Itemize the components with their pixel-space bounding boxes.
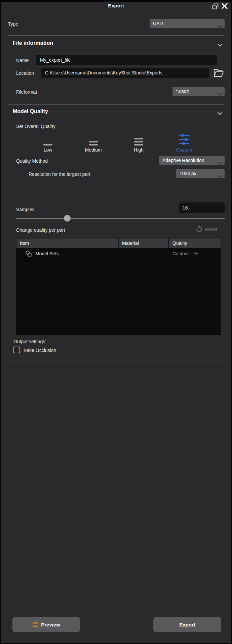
model-quality-header: Model Quality [13,108,48,115]
chevron-down-icon [217,172,222,181]
column-header-item[interactable]: Item [16,238,118,248]
file-information-header: File information [13,40,53,46]
resolution-label: Resolution for the largest part [29,171,90,177]
preview-button-label: Preview [41,622,60,627]
reset-label: Reset [205,227,217,232]
quality-method-label: Quality Method [16,158,48,164]
row-quality-value: Custom [172,251,189,256]
location-label: Location [16,70,34,76]
custom-sliders-icon [178,132,191,146]
samples-slider[interactable] [16,215,225,222]
slider-handle[interactable] [64,215,71,222]
row-material-value: - [119,251,169,256]
resolution-dropdown[interactable]: 1024 px [176,169,225,178]
change-quality-label: Change quality per part [16,227,65,233]
quality-option-label: Low [44,147,52,153]
name-input[interactable]: My_export_file [36,55,217,65]
table-header-row: Item Material Quality [16,238,221,248]
table-row[interactable]: Model Sets - Custom [16,248,221,259]
output-settings-label: Output settings: [13,339,46,344]
reset-icon [195,225,203,233]
quality-option-label: Medium [85,147,102,153]
name-label: Name [16,58,29,63]
dialog-title: Export [0,3,232,8]
quality-option-label: Custom [176,147,192,153]
reset-button[interactable]: Reset [195,225,217,233]
export-button[interactable]: Export [153,617,221,632]
chevron-down-icon [194,252,198,255]
export-button-label: Export [179,622,195,627]
divider [8,104,224,105]
slider-track[interactable] [16,218,225,219]
quality-option-low[interactable]: Low [25,132,71,153]
quality-option-medium[interactable]: Medium [71,132,116,153]
set-overall-quality-label: Set Overall Quality [16,124,55,129]
preview-button[interactable]: Preview [12,617,80,632]
quality-method-dropdown[interactable]: Adaptive Resolution [159,156,225,165]
quality-options: Low Medium High [25,132,207,153]
samples-input[interactable]: 16 [179,202,225,213]
chevron-down-icon [217,22,222,31]
quality-option-high[interactable]: High [116,132,161,153]
column-header-material[interactable]: Material [119,238,168,248]
collapse-chevron-icon[interactable] [217,110,223,117]
type-dropdown-value: USD [153,21,163,26]
quality-option-label: High [134,147,144,153]
samples-label: Samples [16,207,34,212]
collapse-chevron-icon[interactable] [217,42,223,48]
bake-occlusion-label: Bake Occlusion [24,348,56,353]
resolution-dropdown-value: 1024 px [180,171,196,176]
type-label: Type [8,21,18,27]
quality-low-icon [43,132,52,146]
chevron-down-icon [217,159,222,168]
row-quality-dropdown[interactable]: Custom [169,251,221,256]
close-icon[interactable] [221,3,228,11]
column-header-quality[interactable]: Quality [169,238,221,248]
type-dropdown[interactable]: USD [150,19,225,28]
quality-medium-icon [89,132,98,146]
quality-option-custom[interactable]: Custom [161,132,207,153]
preview-render-icon [32,621,39,628]
bake-occlusion-checkbox[interactable] [13,347,20,353]
quality-method-dropdown-value: Adaptive Resolution [162,158,204,163]
export-dialog: Export Type USD File information Name My… [0,0,232,644]
location-input[interactable]: C:\Users\Username\Documents\KeyShot Stud… [41,68,209,78]
divider [8,35,224,36]
row-item-label: Model Sets [35,251,59,256]
chevron-down-icon [217,90,222,99]
quality-high-icon [134,132,143,146]
divider [8,361,224,361]
fileformat-dropdown[interactable]: *.usdz [172,87,225,96]
quality-per-part-table: Item Material Quality Model Sets - Custo… [16,238,221,335]
float-window-icon[interactable] [211,3,219,11]
browse-folder-icon[interactable] [213,68,224,79]
fileformat-dropdown-value: *.usdz [176,89,189,94]
fileformat-label: Fileformat [16,89,37,95]
model-sets-icon [25,250,32,257]
